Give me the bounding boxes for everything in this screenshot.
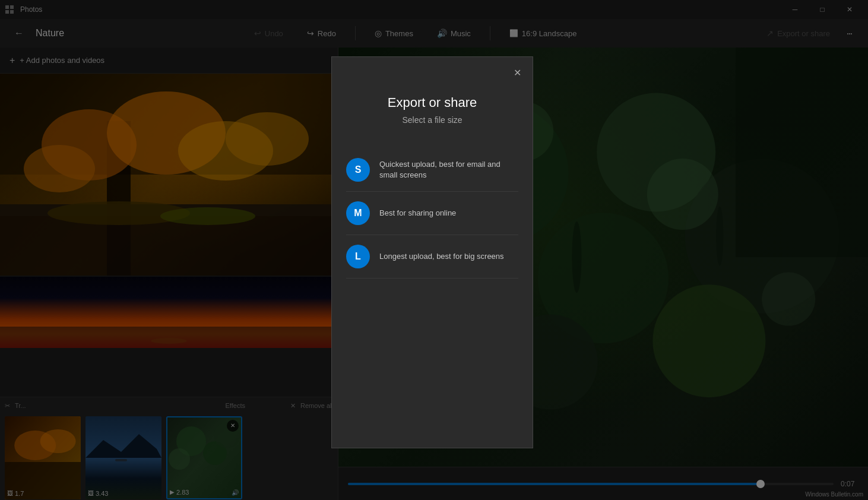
modal-title: Export or share (346, 95, 518, 110)
export-modal: ✕ Export or share Select a file size S Q… (331, 56, 533, 448)
size-badge-small: S (346, 158, 370, 182)
size-label-medium: M (354, 208, 362, 219)
size-desc-medium: Best for sharing online (379, 208, 456, 219)
size-option-small[interactable]: S Quickest upload, best for email and sm… (346, 148, 518, 192)
size-badge-large: L (346, 245, 370, 268)
size-label-small: S (355, 164, 362, 175)
size-option-large[interactable]: L Longest upload, best for big screens (346, 235, 518, 279)
size-option-medium[interactable]: M Best for sharing online (346, 192, 518, 235)
modal-subtitle: Select a file size (346, 115, 518, 125)
watermark: Windows Bulletin.com (805, 491, 863, 498)
modal-close-button[interactable]: ✕ (509, 64, 525, 81)
size-label-large: L (355, 251, 361, 262)
size-desc-large: Longest upload, best for big screens (379, 251, 504, 262)
size-desc-small: Quickest upload, best for email and smal… (379, 159, 518, 181)
size-badge-medium: M (346, 201, 370, 225)
